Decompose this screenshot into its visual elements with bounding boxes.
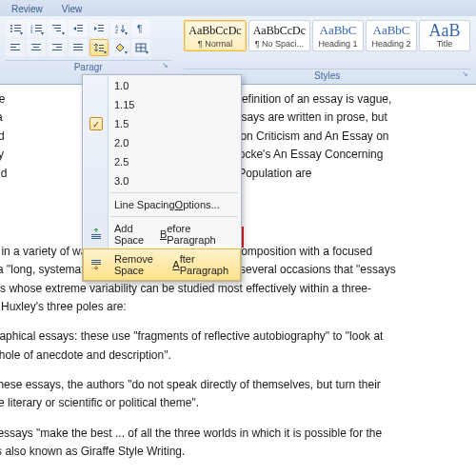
line-spacing-menu: 1.0 1.15 ✓1.5 2.0 2.5 3.0 Line Spacing O… <box>82 74 242 282</box>
add-space-before[interactable]: Add Space Before Paragraph <box>84 219 240 249</box>
multilevel-list-button[interactable] <box>48 20 67 37</box>
svg-rect-19 <box>98 28 104 29</box>
style-name-label: Heading 2 <box>370 39 412 49</box>
svg-rect-3 <box>14 28 21 29</box>
tab-view[interactable]: View <box>58 2 87 16</box>
svg-rect-42 <box>91 234 101 235</box>
svg-rect-35 <box>73 50 83 50</box>
spacing-3-0[interactable]: 3.0 <box>84 171 240 190</box>
svg-rect-32 <box>52 50 62 50</box>
spacing-2-5[interactable]: 2.5 <box>84 152 240 171</box>
sort-button[interactable]: AZ <box>110 20 129 37</box>
svg-rect-15 <box>77 25 83 26</box>
svg-rect-16 <box>77 28 83 29</box>
svg-rect-31 <box>56 47 62 48</box>
svg-point-2 <box>10 28 12 30</box>
svg-rect-11 <box>35 30 42 31</box>
svg-rect-26 <box>10 50 20 50</box>
decrease-indent-button[interactable] <box>69 20 88 37</box>
style-preview-text: AaBbCcDc <box>188 23 241 38</box>
paragraph-group: 123 AZ ¶ Paragr <box>6 20 170 72</box>
svg-rect-13 <box>54 28 61 29</box>
paragraph-group-label[interactable]: Paragr <box>6 60 170 72</box>
svg-rect-29 <box>31 50 41 50</box>
style-name-label: ¶ No Spaci... <box>253 39 306 49</box>
svg-rect-36 <box>99 45 104 46</box>
space-before-icon <box>89 228 103 241</box>
svg-rect-12 <box>52 25 61 26</box>
line-spacing-button[interactable] <box>89 39 109 56</box>
svg-rect-14 <box>56 30 61 31</box>
numbering-button[interactable]: 123 <box>27 20 46 37</box>
style-preview-text: AaBbC <box>370 23 412 38</box>
svg-rect-20 <box>98 30 104 31</box>
svg-rect-7 <box>35 25 42 26</box>
style-name-label: Title <box>424 39 466 49</box>
svg-rect-44 <box>91 238 101 239</box>
svg-text:Z: Z <box>115 29 118 33</box>
style-heading-1[interactable]: AaBbC Heading 1 <box>312 20 364 51</box>
svg-rect-38 <box>99 50 104 51</box>
styles-group: AaBbCcDc ¶ Normal AaBbCcDc ¶ No Spaci...… <box>184 20 470 81</box>
svg-rect-47 <box>91 264 101 265</box>
align-right-button[interactable] <box>48 39 67 56</box>
svg-rect-24 <box>10 44 20 45</box>
svg-rect-1 <box>14 25 21 26</box>
remove-space-after[interactable]: Remove Space After Paragraph <box>84 249 240 280</box>
svg-rect-30 <box>52 44 62 45</box>
bullets-button[interactable] <box>6 20 25 37</box>
show-marks-button[interactable]: ¶ <box>131 20 150 37</box>
align-center-button[interactable] <box>27 39 46 56</box>
ribbon-tabs: Review View <box>0 0 476 16</box>
menu-separator <box>110 192 238 193</box>
spacing-1-0[interactable]: 1.0 <box>84 76 240 95</box>
check-icon: ✓ <box>89 117 103 130</box>
style-name-label: Heading 1 <box>317 39 359 49</box>
style-name-label: ¶ Normal <box>188 39 241 49</box>
spacing-1-15[interactable]: 1.15 <box>84 95 240 114</box>
spacing-1-5[interactable]: ✓1.5 <box>84 114 240 133</box>
svg-rect-45 <box>91 260 101 261</box>
style-heading-2[interactable]: AaBbC Heading 2 <box>366 20 417 51</box>
style-title[interactable]: AaB Title <box>419 20 470 51</box>
style-preview-text: AaB <box>424 23 466 38</box>
space-after-icon <box>89 258 103 271</box>
style-normal[interactable]: AaBbCcDc ¶ Normal <box>184 20 246 51</box>
justify-button[interactable] <box>69 39 88 56</box>
svg-rect-5 <box>14 30 21 31</box>
svg-rect-17 <box>77 30 83 31</box>
svg-rect-34 <box>73 47 83 48</box>
svg-point-0 <box>10 25 12 27</box>
style-no-spacing[interactable]: AaBbCcDc ¶ No Spaci... <box>248 20 310 51</box>
svg-rect-27 <box>31 44 41 45</box>
shading-button[interactable] <box>110 39 129 56</box>
svg-rect-43 <box>91 236 101 237</box>
style-preview-text: AaBbCcDc <box>253 23 306 38</box>
svg-rect-9 <box>35 28 42 29</box>
svg-text:3: 3 <box>30 30 33 33</box>
svg-rect-33 <box>73 44 83 45</box>
menu-separator <box>110 216 238 217</box>
svg-rect-28 <box>33 47 39 48</box>
svg-rect-18 <box>98 25 104 26</box>
tab-review[interactable]: Review <box>8 2 47 16</box>
spacing-2-0[interactable]: 2.0 <box>84 133 240 152</box>
align-left-button[interactable] <box>6 39 25 56</box>
style-preview-text: AaBbC <box>317 23 359 38</box>
svg-rect-46 <box>91 262 101 263</box>
svg-rect-37 <box>99 48 104 49</box>
increase-indent-button[interactable] <box>89 20 109 37</box>
svg-point-4 <box>10 30 12 32</box>
line-spacing-options[interactable]: Line Spacing Options... <box>84 195 240 214</box>
svg-text:¶: ¶ <box>137 24 142 33</box>
borders-button[interactable] <box>131 39 150 56</box>
svg-rect-25 <box>10 47 16 48</box>
